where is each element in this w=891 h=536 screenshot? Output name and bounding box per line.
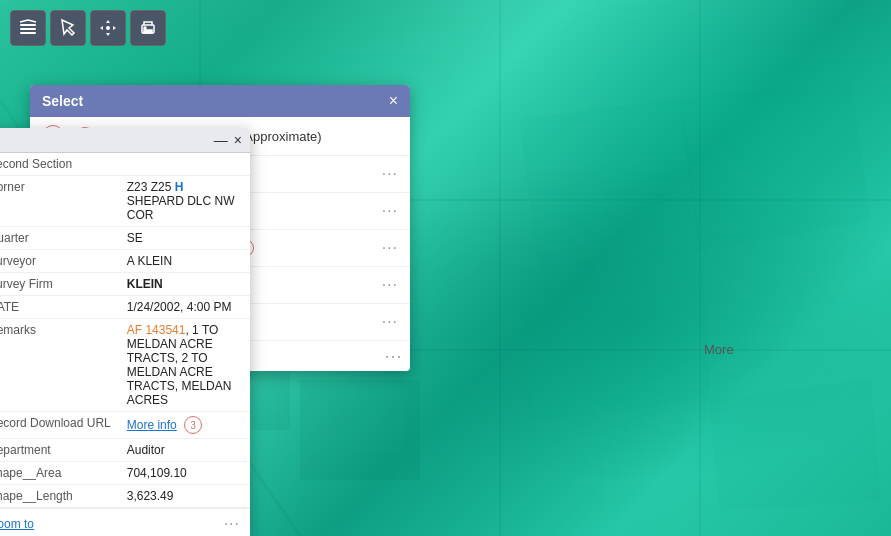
move-button[interactable]	[90, 10, 126, 46]
layers-button[interactable]	[10, 10, 46, 46]
field-value: 1/24/2002, 4:00 PM	[119, 296, 250, 319]
info-panel-footer: Zoom to ··· 4	[0, 508, 250, 536]
field-label: Shape__Area	[0, 462, 119, 485]
field-value: KLEIN	[119, 273, 250, 296]
zoom-to-link[interactable]: Zoom to	[0, 517, 34, 531]
field-label: Survey Firm	[0, 273, 119, 296]
table-row: Corner Z23 Z25 H SHEPARD DLC NW COR	[0, 176, 250, 227]
table-row: Department Auditor	[0, 439, 250, 462]
svg-point-23	[144, 27, 146, 29]
field-label: DATE	[0, 296, 119, 319]
table-row: Shape__Length 3,623.49	[0, 485, 250, 508]
svg-rect-22	[144, 30, 152, 33]
field-value: 704,109.10	[119, 462, 250, 485]
footer-menu-dots[interactable]: ···	[224, 515, 240, 533]
item-menu-dots[interactable]: ···	[382, 165, 398, 183]
svg-rect-19	[20, 32, 36, 34]
item-menu-dots[interactable]: ···	[382, 202, 398, 220]
info-panel-header: — ×	[0, 128, 250, 153]
field-label: Department	[0, 439, 119, 462]
table-row: Shape__Area 704,109.10	[0, 462, 250, 485]
table-row: Remarks AF 143541, 1 TO MELDAN ACRE TRAC…	[0, 319, 250, 412]
table-row: Survey Firm KLEIN	[0, 273, 250, 296]
field-label: Shape__Length	[0, 485, 119, 508]
field-label: Second Section	[0, 153, 119, 176]
field-label: Remarks	[0, 319, 119, 412]
item-menu-dots[interactable]: ···	[382, 313, 398, 331]
field-label: Quarter	[0, 227, 119, 250]
field-label: Surveyor	[0, 250, 119, 273]
svg-rect-17	[20, 24, 36, 26]
field-value	[119, 153, 250, 176]
more-label: More	[704, 342, 734, 357]
more-info-link[interactable]: More info	[127, 418, 177, 432]
item-menu-dots[interactable]: ···	[382, 239, 398, 257]
field-value: A KLEIN	[119, 250, 250, 273]
select-button[interactable]	[50, 10, 86, 46]
field-label: Corner	[0, 176, 119, 227]
table-row: Quarter SE	[0, 227, 250, 250]
field-value: Z23 Z25 H SHEPARD DLC NW COR	[119, 176, 250, 227]
field-value: 3,623.49	[119, 485, 250, 508]
panel-footer-dots: ⋯	[384, 345, 402, 367]
svg-rect-18	[20, 28, 36, 30]
circle-3: 3	[184, 416, 202, 434]
field-value: AF 143541, 1 TO MELDAN ACRE TRACTS, 2 TO…	[119, 319, 250, 412]
svg-rect-7	[300, 380, 420, 480]
svg-marker-10	[680, 80, 870, 250]
table-row: Surveyor A KLEIN	[0, 250, 250, 273]
field-value: More info 3	[119, 412, 250, 439]
svg-marker-11	[520, 250, 710, 420]
info-table: Second Section Corner Z23 Z25 H SHEPARD …	[0, 153, 250, 508]
field-value: Auditor	[119, 439, 250, 462]
info-panel-close-button[interactable]: ×	[234, 132, 242, 148]
table-row: Record Download URL More info 3	[0, 412, 250, 439]
svg-marker-12	[710, 380, 880, 510]
info-panel: — × Second Section Corner Z23 Z25 H SHEP…	[0, 128, 250, 536]
select-panel-title: Select	[42, 93, 83, 109]
svg-marker-9	[520, 100, 700, 270]
field-value: SE	[119, 227, 250, 250]
print-button[interactable]	[130, 10, 166, 46]
table-row: Second Section	[0, 153, 250, 176]
highlight-h: H	[175, 180, 184, 194]
select-panel-header: Select ×	[30, 85, 410, 117]
field-label: Record Download URL	[0, 412, 119, 439]
select-panel-close-button[interactable]: ×	[389, 93, 398, 109]
toolbar	[10, 10, 166, 46]
item-menu-dots[interactable]: ···	[382, 276, 398, 294]
svg-point-20	[106, 26, 110, 30]
info-panel-minimize-button[interactable]: —	[214, 132, 228, 148]
table-row: DATE 1/24/2002, 4:00 PM	[0, 296, 250, 319]
